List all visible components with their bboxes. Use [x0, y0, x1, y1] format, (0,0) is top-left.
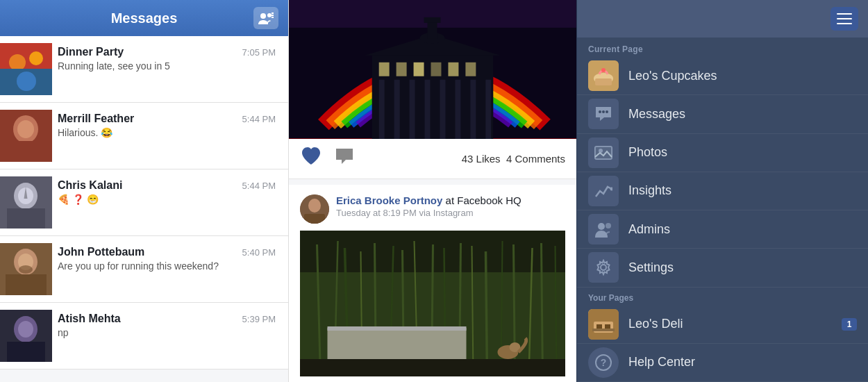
list-item[interactable]: Dinner Party 7:05 PM Running late, see y… — [0, 36, 288, 103]
hamburger-menu-button[interactable] — [831, 7, 858, 31]
post-image — [300, 231, 565, 376]
svg-rect-33 — [397, 63, 407, 76]
post-header: Erica Brooke Portnoy at Facebook HQ Tues… — [300, 194, 565, 224]
feed-hero-image — [289, 0, 576, 139]
nav-item-label-admins: Admins — [628, 222, 857, 237]
people-filter-icon[interactable] — [253, 7, 278, 29]
nav-item-label-leos-cupcakes: Leo's Cupcakes — [628, 69, 857, 83]
svg-point-13 — [17, 120, 34, 138]
svg-line-67 — [486, 251, 487, 376]
message-name: Dinner Party — [58, 46, 124, 58]
admins-nav-icon — [588, 214, 619, 244]
your-pages-label: Your Pages — [577, 288, 868, 306]
nav-item-label-help-center: Help Center — [628, 355, 857, 369]
list-item[interactable]: John Pottebaum 5:40 PM Are you up for ru… — [0, 236, 288, 303]
comment-icon[interactable] — [333, 146, 356, 172]
message-name: John Pottebaum — [58, 246, 144, 258]
list-item[interactable]: Merrill Feather 5:44 PM Hilarious. 😂 — [0, 103, 288, 169]
leos-deli-badge: 1 — [842, 318, 857, 331]
settings-gear-icon — [588, 252, 619, 283]
svg-rect-36 — [448, 63, 458, 76]
svg-point-0 — [260, 13, 266, 19]
message-name: Chris Kalani — [58, 179, 122, 192]
svg-point-89 — [598, 223, 605, 230]
feed-actions-bar: 43 Likes 4 Comments — [289, 139, 576, 179]
svg-rect-35 — [431, 63, 442, 76]
nav-panel: Current Page Leo's Cupcakes Messages — [576, 0, 868, 382]
svg-point-87 — [599, 149, 603, 153]
message-preview: 🍕 ❓ 😁 — [58, 194, 276, 205]
nav-item-label-leos-deli: Leo's Deli — [628, 317, 842, 331]
svg-point-90 — [606, 223, 611, 229]
svg-point-24 — [19, 265, 33, 274]
svg-rect-96 — [592, 329, 615, 331]
nav-item-admins[interactable]: Admins — [577, 210, 868, 249]
svg-rect-48 — [428, 21, 437, 39]
message-time: 7:05 PM — [242, 47, 276, 58]
avatar — [0, 310, 52, 362]
svg-point-8 — [29, 51, 43, 65]
svg-point-10 — [17, 72, 36, 91]
svg-rect-41 — [425, 80, 431, 139]
svg-point-51 — [308, 199, 321, 213]
svg-rect-38 — [379, 80, 385, 139]
svg-point-81 — [601, 68, 606, 72]
leos-deli-icon — [588, 309, 619, 340]
list-item[interactable]: Atish Mehta 5:39 PM np — [0, 303, 288, 369]
messages-title: Messages — [8, 10, 280, 26]
post-avatar — [300, 194, 329, 224]
hamburger-line-1 — [837, 13, 852, 15]
nav-item-leos-cupcakes[interactable]: Leo's Cupcakes — [577, 57, 868, 95]
nav-item-insights[interactable]: Insights — [577, 172, 868, 210]
message-preview: Hilarious. 😂 — [58, 127, 276, 138]
svg-rect-6 — [0, 43, 52, 69]
post-author: Erica Brooke Portnoy at Facebook HQ — [336, 194, 521, 206]
svg-rect-74 — [328, 326, 467, 331]
svg-rect-44 — [470, 80, 476, 139]
svg-rect-28 — [7, 342, 45, 362]
nav-item-leos-deli[interactable]: Leo's Deli 1 — [577, 306, 868, 344]
svg-rect-40 — [410, 80, 415, 139]
current-page-label: Current Page — [577, 38, 868, 57]
svg-point-82 — [599, 110, 601, 113]
messages-nav-icon — [588, 99, 619, 129]
nav-item-help-center[interactable]: ? Help Center — [577, 344, 868, 382]
message-content: Dinner Party 7:05 PM Running late, see y… — [52, 43, 281, 72]
svg-rect-80 — [595, 78, 612, 85]
messages-panel: Messages — [0, 0, 288, 382]
like-icon[interactable] — [300, 146, 322, 172]
hamburger-line-2 — [837, 18, 852, 19]
svg-rect-32 — [379, 63, 390, 76]
message-name: Atish Mehta — [58, 313, 121, 325]
nav-item-label-insights: Insights — [628, 183, 857, 198]
message-time: 5:44 PM — [242, 114, 276, 124]
message-time: 5:40 PM — [242, 247, 276, 258]
avatar — [0, 176, 52, 229]
insights-nav-icon — [588, 176, 619, 206]
message-time: 5:44 PM — [242, 181, 276, 191]
svg-rect-34 — [414, 63, 424, 76]
svg-rect-86 — [595, 147, 612, 159]
message-preview: Running late, see you in 5 — [58, 60, 276, 72]
list-item[interactable]: Chris Kalani 5:44 PM 🍕 ❓ 😁 — [0, 169, 288, 236]
nav-item-settings[interactable]: Settings — [577, 249, 868, 287]
svg-rect-14 — [7, 141, 45, 162]
svg-rect-49 — [424, 17, 441, 23]
svg-rect-75 — [300, 359, 565, 376]
nav-item-label-photos: Photos — [628, 145, 857, 160]
svg-point-7 — [9, 54, 26, 71]
post-info: Erica Brooke Portnoy at Facebook HQ Tues… — [336, 194, 521, 218]
nav-item-photos[interactable]: Photos — [577, 134, 868, 172]
message-name: Merrill Feather — [58, 113, 134, 125]
nav-item-label-messages: Messages — [628, 107, 857, 122]
svg-point-91 — [601, 265, 606, 270]
svg-text:?: ? — [601, 357, 607, 368]
message-content: Merrill Feather 5:44 PM Hilarious. 😂 — [52, 110, 281, 138]
message-content: John Pottebaum 5:40 PM Are you up for ru… — [52, 243, 281, 272]
nav-item-messages[interactable]: Messages — [577, 95, 868, 133]
svg-rect-18 — [7, 208, 45, 229]
avatar — [0, 43, 52, 95]
avatar — [0, 243, 52, 295]
feed-post: Erica Brooke Portnoy at Facebook HQ Tues… — [289, 185, 576, 382]
svg-rect-39 — [394, 80, 400, 139]
